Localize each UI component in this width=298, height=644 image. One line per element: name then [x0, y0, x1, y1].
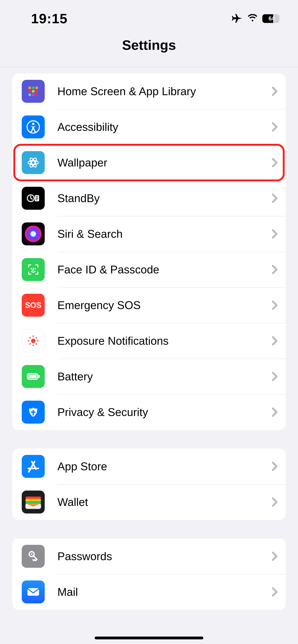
settings-group-accounts: Passwords Mail — [13, 538, 285, 610]
row-label: StandBy — [57, 192, 272, 204]
settings-group-store: App Store Wallet — [13, 448, 285, 520]
chevron-right-icon — [272, 122, 278, 132]
chevron-right-icon — [272, 300, 278, 310]
svg-point-47 — [31, 553, 33, 555]
settings-row-app-store[interactable]: App Store — [13, 448, 285, 484]
chevron-right-icon — [272, 462, 278, 471]
chevron-right-icon — [272, 265, 278, 274]
wifi-icon — [248, 14, 257, 23]
row-label: Wallpaper — [57, 156, 272, 169]
face-id-icon — [22, 258, 45, 281]
battery-icon: 64 — [262, 14, 279, 23]
privacy-icon — [22, 401, 45, 424]
chevron-right-icon — [272, 408, 278, 417]
svg-point-27 — [28, 340, 29, 342]
svg-rect-0 — [28, 86, 31, 89]
row-label: Siri & Search — [57, 228, 272, 240]
sos-icon: SOS — [22, 294, 45, 317]
chevron-right-icon — [272, 336, 278, 346]
settings-row-face-id[interactable]: Face ID & Passcode — [13, 252, 285, 287]
settings-row-passwords[interactable]: Passwords — [13, 538, 285, 574]
svg-point-26 — [33, 345, 34, 346]
svg-point-10 — [32, 123, 34, 125]
svg-rect-5 — [35, 90, 38, 92]
row-label: App Store — [57, 460, 272, 473]
svg-rect-1 — [32, 86, 35, 89]
settings-row-wallet[interactable]: Wallet — [13, 484, 285, 520]
row-label: Wallet — [57, 496, 272, 508]
app-store-icon — [22, 455, 45, 478]
svg-point-28 — [37, 340, 39, 342]
settings-row-emergency-sos[interactable]: SOS Emergency SOS — [13, 287, 285, 323]
chevron-right-icon — [272, 372, 278, 381]
settings-row-battery[interactable]: Battery — [13, 359, 285, 394]
svg-rect-7 — [32, 94, 35, 96]
status-right: 64 — [232, 13, 279, 24]
chevron-right-icon — [272, 552, 278, 561]
chevron-right-icon — [272, 229, 278, 238]
svg-point-31 — [30, 343, 31, 344]
passwords-icon — [22, 545, 45, 568]
accessibility-icon — [22, 116, 45, 138]
row-label: Mail — [57, 586, 272, 598]
row-label: Accessibility — [57, 120, 272, 133]
settings-row-privacy[interactable]: Privacy & Security — [13, 394, 285, 430]
page-title: Settings — [0, 28, 298, 67]
svg-rect-35 — [38, 375, 40, 378]
settings-row-accessibility[interactable]: Accessibility — [13, 109, 285, 145]
settings-group-display-general: Home Screen & App Library Accessibility — [13, 74, 285, 430]
svg-point-25 — [33, 336, 34, 337]
svg-rect-8 — [35, 94, 38, 96]
standby-icon — [22, 187, 45, 210]
svg-point-29 — [30, 337, 31, 338]
nav-divider — [0, 67, 298, 67]
wallet-icon — [22, 490, 45, 514]
row-label: Exposure Notifications — [57, 334, 272, 347]
row-label: Emergency SOS — [57, 299, 272, 312]
svg-rect-2 — [35, 86, 38, 89]
status-bar: 19:15 64 — [0, 0, 298, 28]
settings-row-wallpaper[interactable]: Wallpaper — [13, 145, 285, 180]
mail-icon — [22, 580, 45, 604]
settings-row-siri-search[interactable]: Siri & Search — [13, 216, 285, 252]
svg-line-40 — [29, 470, 29, 472]
battery-settings-icon — [22, 365, 45, 388]
settings-row-home-screen[interactable]: Home Screen & App Library — [13, 74, 285, 109]
row-label: Passwords — [57, 550, 272, 563]
svg-point-24 — [31, 339, 35, 343]
settings-row-mail[interactable]: Mail — [13, 574, 285, 610]
chevron-right-icon — [272, 158, 278, 167]
exposure-notifications-icon — [22, 329, 45, 352]
settings-row-exposure[interactable]: Exposure Notifications — [13, 323, 285, 359]
sos-text: SOS — [25, 301, 41, 310]
row-label: Face ID & Passcode — [57, 263, 272, 276]
chevron-right-icon — [272, 587, 278, 596]
svg-point-21 — [30, 231, 36, 237]
chevron-right-icon — [272, 87, 278, 96]
battery-level: 64 — [262, 14, 279, 23]
svg-rect-34 — [28, 375, 37, 378]
chevron-right-icon — [272, 194, 278, 203]
row-label: Home Screen & App Library — [57, 85, 272, 98]
settings-row-standby[interactable]: StandBy — [13, 180, 285, 216]
chevron-right-icon — [272, 498, 278, 507]
row-label: Battery — [57, 370, 272, 383]
row-label: Privacy & Security — [57, 406, 272, 418]
svg-point-32 — [36, 343, 37, 344]
svg-rect-6 — [28, 94, 31, 96]
home-indicator — [95, 636, 203, 639]
home-screen-icon — [22, 80, 45, 103]
siri-icon — [22, 222, 45, 245]
svg-rect-4 — [32, 90, 35, 92]
airplane-mode-icon — [232, 13, 243, 24]
svg-rect-3 — [28, 90, 31, 92]
svg-point-30 — [36, 337, 37, 338]
wallpaper-icon — [22, 151, 45, 174]
status-time: 19:15 — [31, 11, 68, 26]
